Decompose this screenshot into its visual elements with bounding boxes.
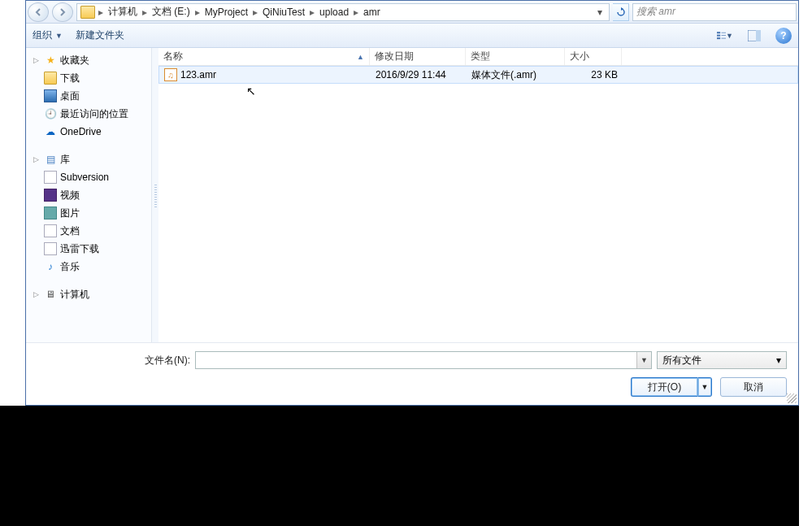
file-type: 媒体文件(.amr): [467, 68, 566, 82]
folder-icon: [44, 72, 57, 85]
video-icon: [44, 189, 57, 202]
organize-menu[interactable]: 组织 ▼: [33, 28, 63, 42]
star-icon: ★: [44, 54, 57, 67]
address-bar: ▸ 计算机 ▸ 文档 (E:) ▸ MyProject ▸ QiNiuTest …: [26, 1, 798, 24]
chevron-right-icon: ▸: [97, 7, 105, 18]
breadcrumb-item[interactable]: 计算机: [105, 5, 141, 19]
search-placeholder: 搜索 amr: [636, 5, 675, 19]
svg-rect-0: [717, 32, 720, 33]
column-modified[interactable]: 修改日期: [370, 48, 466, 65]
arrow-right-icon: [58, 7, 67, 17]
preview-pane-button[interactable]: [746, 28, 762, 44]
view-options-button[interactable]: ▼: [717, 28, 733, 44]
svg-rect-2: [717, 37, 720, 39]
download-icon: [44, 242, 57, 255]
filename-input[interactable]: [196, 354, 636, 366]
nav-back-button[interactable]: [28, 2, 49, 22]
expand-icon[interactable]: ▷: [31, 55, 41, 65]
tree-favorites[interactable]: ▷ ★ 收藏夹: [26, 51, 151, 69]
chevron-down-icon: ▾: [776, 354, 781, 366]
expand-icon[interactable]: ▷: [31, 154, 41, 164]
file-type-filter[interactable]: 所有文件 ▾: [657, 351, 787, 369]
file-list-pane: 名称 ▲ 修改日期 类型 大小 ♫ 123: [158, 48, 798, 342]
tree-music[interactable]: ♪ 音乐: [26, 258, 151, 276]
chevron-right-icon: ▸: [251, 7, 259, 18]
sort-asc-icon: ▲: [357, 53, 364, 61]
filename-history-dropdown[interactable]: ▼: [636, 352, 651, 368]
svg-rect-1: [717, 34, 720, 36]
arrow-left-icon: [33, 7, 43, 17]
file-modified: 2016/9/29 11:44: [371, 69, 467, 80]
chevron-down-icon[interactable]: ▾: [597, 7, 607, 18]
column-name[interactable]: 名称 ▲: [158, 48, 370, 65]
computer-icon: 🖥: [44, 288, 57, 301]
refresh-icon: [616, 7, 626, 17]
picture-icon: [44, 206, 57, 220]
open-button-dropdown[interactable]: ▼: [697, 377, 712, 397]
breadcrumb-item[interactable]: 文档 (E:): [149, 5, 193, 19]
navigation-tree: ▷ ★ 收藏夹 下载 桌面 🕘 最近访问的位置 ☁: [26, 48, 152, 342]
breadcrumb-item[interactable]: QiNiuTest: [259, 7, 308, 18]
filename-label: 文件名(N):: [145, 354, 190, 367]
resize-grip[interactable]: [787, 393, 797, 403]
expand-icon[interactable]: ▷: [31, 289, 41, 299]
tree-video[interactable]: 视频: [26, 186, 151, 204]
help-icon: ?: [780, 30, 786, 41]
search-input[interactable]: 搜索 amr: [632, 3, 797, 21]
tree-computer[interactable]: ▷ 🖥 计算机: [26, 285, 151, 303]
file-row[interactable]: ♫ 123.amr 2016/9/29 11:44 媒体文件(.amr) 23 …: [158, 66, 798, 84]
nav-forward-button[interactable]: [52, 2, 73, 22]
tree-desktop[interactable]: 桌面: [26, 87, 151, 105]
breadcrumb[interactable]: ▸ 计算机 ▸ 文档 (E:) ▸ MyProject ▸ QiNiuTest …: [76, 3, 610, 21]
background-below: [0, 406, 799, 526]
dialog-body: ▷ ★ 收藏夹 下载 桌面 🕘 最近访问的位置 ☁: [26, 48, 798, 342]
tree-recent[interactable]: 🕘 最近访问的位置: [26, 105, 151, 123]
chevron-right-icon: ▸: [193, 7, 202, 18]
new-folder-button[interactable]: 新建文件夹: [76, 28, 124, 42]
desktop-icon: [44, 89, 57, 102]
sidebar-splitter[interactable]: [152, 48, 158, 342]
svg-rect-7: [756, 30, 761, 41]
recent-icon: 🕘: [44, 107, 57, 120]
column-headers: 名称 ▲ 修改日期 类型 大小: [158, 48, 798, 66]
breadcrumb-item[interactable]: amr: [360, 7, 384, 18]
library-icon: ▤: [44, 153, 57, 166]
audio-file-icon: ♫: [164, 68, 177, 81]
chevron-right-icon: ▸: [352, 7, 360, 18]
view-list-icon: [717, 30, 726, 41]
chevron-right-icon: ▸: [308, 7, 316, 18]
chevron-right-icon: ▸: [141, 7, 149, 18]
svn-icon: [44, 171, 57, 184]
tree-pictures[interactable]: 图片: [26, 204, 151, 222]
file-open-dialog: ▸ 计算机 ▸ 文档 (E:) ▸ MyProject ▸ QiNiuTest …: [25, 0, 799, 406]
column-type[interactable]: 类型: [466, 48, 565, 65]
refresh-button[interactable]: [613, 3, 629, 21]
help-button[interactable]: ?: [775, 28, 792, 44]
tree-downloads[interactable]: 下载: [26, 69, 151, 87]
cloud-icon: ☁: [44, 125, 57, 138]
column-size[interactable]: 大小: [565, 48, 622, 65]
preview-pane-icon: [748, 30, 761, 41]
toolbar: 组织 ▼ 新建文件夹 ▼ ?: [26, 24, 798, 48]
cancel-button[interactable]: 取消: [720, 377, 787, 397]
file-name: 123.amr: [180, 69, 216, 80]
chevron-down-icon: ▼: [726, 32, 733, 40]
breadcrumb-item[interactable]: MyProject: [202, 7, 251, 18]
document-icon: [44, 224, 57, 237]
tree-documents[interactable]: 文档: [26, 222, 151, 240]
chevron-down-icon: ▼: [55, 32, 63, 40]
music-icon: ♪: [44, 260, 57, 273]
filename-input-wrapper: ▼: [195, 351, 652, 369]
tree-onedrive[interactable]: ☁ OneDrive: [26, 123, 151, 141]
background-right: [799, 0, 812, 526]
tree-library[interactable]: ▷ ▤ 库: [26, 150, 151, 168]
dialog-footer: 文件名(N): ▼ 所有文件 ▾ 打开(O) ▼ 取消: [26, 342, 798, 405]
file-size: 23 KB: [566, 69, 623, 80]
breadcrumb-item[interactable]: upload: [316, 7, 352, 18]
tree-xunlei[interactable]: 迅雷下载: [26, 240, 151, 258]
open-button[interactable]: 打开(O): [631, 377, 697, 397]
cursor-icon: ↖: [246, 85, 256, 98]
folder-icon: [80, 6, 95, 19]
tree-subversion[interactable]: Subversion: [26, 168, 151, 186]
